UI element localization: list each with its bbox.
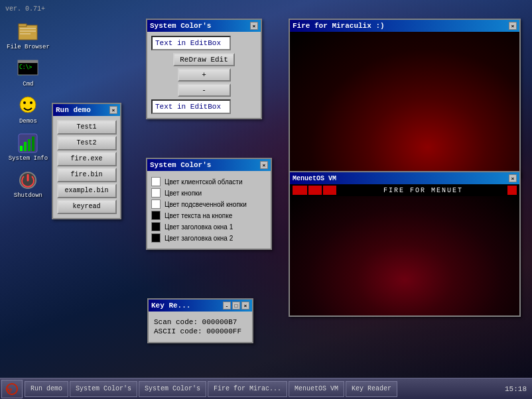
svg-rect-1: [19, 24, 27, 27]
syscolors-mid-title: System Color's: [150, 161, 211, 169]
test1-button[interactable]: Test1: [57, 120, 117, 135]
minus-button[interactable]: -: [178, 84, 231, 97]
minus-btn-row: -: [151, 84, 257, 97]
color-option-2: Цвет подсвеченной кнопки: [151, 200, 267, 209]
color-option-4: Цвет заголовка окна 1: [151, 222, 267, 231]
sidebar-item-file-browser[interactable]: File Browser: [5, 20, 51, 52]
rundemo-close-button[interactable]: ×: [109, 106, 117, 114]
menuet-outer-buttons: ×: [509, 174, 517, 182]
taskbar-start-button[interactable]: ☢: [1, 380, 23, 398]
color-checkbox-1[interactable]: [151, 188, 161, 198]
svg-rect-13: [20, 146, 23, 151]
menuet-fire-content: [290, 196, 519, 315]
menuet-close-indicator[interactable]: [507, 186, 517, 195]
keyreader-titlebar-buttons: - □ ×: [223, 302, 249, 310]
color-checkbox-0[interactable]: [151, 177, 161, 186]
editbox2-container: [151, 99, 257, 114]
version-label: ver. 0.71+: [5, 5, 45, 13]
plus-button[interactable]: +: [178, 68, 231, 82]
svg-rect-4: [20, 33, 31, 34]
keyreader-window: Key Re... - □ × Scan code: 000000B7 ASCI…: [147, 298, 253, 343]
menuet-outer-title: MenuetOS VM: [293, 175, 336, 182]
menuet-red-indicator3: [323, 186, 336, 195]
sidebar-shutdown-label: Shutdown: [14, 192, 42, 199]
svg-text:_: _: [19, 70, 22, 76]
svg-rect-0: [19, 25, 37, 40]
ascii-code-label: ASCII code: 000000FF: [154, 327, 247, 335]
keyread-button[interactable]: keyread: [57, 200, 117, 214]
svg-point-11: [30, 101, 33, 104]
svg-text:☢: ☢: [7, 386, 12, 395]
desktop: ver. 0.71+ File Browser C:\>: [0, 0, 532, 378]
keyreader-max-button[interactable]: □: [232, 302, 240, 310]
syscolors-top-content: ReDraw Edit + -: [147, 32, 261, 118]
sysinfo-icon: [17, 133, 38, 154]
sidebar-cmd-label: Cmd: [23, 81, 33, 87]
fire-exe-button[interactable]: fire.exe: [57, 152, 117, 166]
keyreader-content: Scan code: 000000B7 ASCII code: 000000FF: [149, 312, 252, 342]
taskbar: ☢ Run demo System Color's System Color's…: [0, 378, 532, 399]
sidebar-item-cmd[interactable]: C:\> _ Cmd: [16, 57, 40, 89]
color-option-label-2: Цвет подсвеченной кнопки: [165, 201, 247, 208]
svg-rect-16: [32, 137, 34, 151]
taskbar-syscolors2-button[interactable]: System Color's: [139, 381, 206, 397]
cmd-icon: C:\> _: [17, 58, 38, 80]
sidebar-item-demos[interactable]: Demos: [16, 94, 40, 126]
redraw-edit-button[interactable]: ReDraw Edit: [173, 53, 235, 66]
menuet-content-area: FIRE FOR MENUET: [290, 184, 519, 315]
svg-point-10: [23, 101, 26, 104]
redraw-btn-row: ReDraw Edit: [151, 53, 257, 66]
menuet-close-button[interactable]: ×: [509, 174, 517, 182]
syscolors-top-close-button[interactable]: ×: [250, 22, 258, 30]
example-bin-button[interactable]: example.bin: [57, 184, 117, 198]
taskbar-menuet-button[interactable]: MenuetOS VM: [289, 381, 344, 397]
keyreader-titlebar: Key Re... - □ ×: [149, 300, 252, 312]
scan-code-label: Scan code: 000000B7: [154, 318, 247, 326]
rundemo-titlebar-buttons: ×: [109, 106, 117, 114]
syscolors-mid-titlebar: System Color's ×: [147, 159, 271, 171]
editbox2[interactable]: [151, 99, 231, 114]
editbox1-container: [151, 36, 257, 50]
fire-content: [290, 32, 519, 176]
editbox1[interactable]: [151, 36, 231, 50]
demos-icon: [17, 95, 38, 117]
color-checkbox-4[interactable]: [151, 222, 161, 231]
menuet-red-indicator2: [308, 186, 322, 195]
sidebar-item-sysinfo[interactable]: System Info: [7, 131, 49, 163]
color-checkbox-2[interactable]: [151, 200, 161, 209]
fire-title: Fire for Miraculix :): [293, 22, 385, 30]
syscolors-mid-close-button[interactable]: ×: [260, 161, 268, 169]
taskbar-time: 15:18: [505, 385, 532, 393]
fire-titlebar-buttons: ×: [509, 22, 517, 30]
fire-bin-button[interactable]: fire.bin: [57, 168, 117, 182]
svg-rect-3: [20, 30, 36, 32]
svg-rect-2: [20, 28, 36, 29]
sidebar-item-shutdown[interactable]: Shutdown: [13, 168, 44, 200]
color-option-label-5: Цвет заголовка окна 2: [165, 235, 233, 242]
syscolors-mid-window: System Color's × Цвет клиентской области…: [146, 158, 272, 250]
color-checkbox-3[interactable]: [151, 211, 161, 220]
rundemo-window: Run demo × Test1 Test2 fire.exe fire.bin…: [52, 103, 121, 219]
sidebar-file-browser-label: File Browser: [7, 44, 50, 50]
keyreader-close-button[interactable]: ×: [241, 302, 249, 310]
color-option-label-1: Цвет кнопки: [165, 190, 202, 197]
test2-button[interactable]: Test2: [57, 136, 117, 150]
sidebar: File Browser C:\> _ Cmd: [5, 20, 51, 200]
color-checkbox-5[interactable]: [151, 233, 161, 243]
fire-window: Fire for Miraculix :) ×: [289, 19, 521, 178]
taskbar-fire-button[interactable]: Fire for Mirac...: [208, 381, 287, 397]
taskbar-syscolors1-button[interactable]: System Color's: [70, 381, 137, 397]
sidebar-sysinfo-label: System Info: [9, 155, 48, 162]
fire-close-button[interactable]: ×: [509, 22, 517, 30]
rundemo-content: Test1 Test2 fire.exe fire.bin example.bi…: [53, 116, 120, 218]
svg-rect-6: [18, 60, 38, 63]
keyreader-min-button[interactable]: -: [223, 302, 231, 310]
menuet-red-indicator: [293, 186, 307, 195]
taskbar-rundemo-button[interactable]: Run demo: [25, 381, 68, 397]
syscolors-top-window: System Color's × ReDraw Edit + -: [146, 19, 262, 119]
syscolors-top-titlebar: System Color's ×: [147, 20, 261, 32]
color-option-label-3: Цвет текста на кнопке: [165, 212, 232, 219]
plus-btn-row: +: [151, 68, 257, 82]
file-browser-icon: [17, 21, 38, 42]
taskbar-keyreader-button[interactable]: Key Reader: [346, 381, 397, 397]
